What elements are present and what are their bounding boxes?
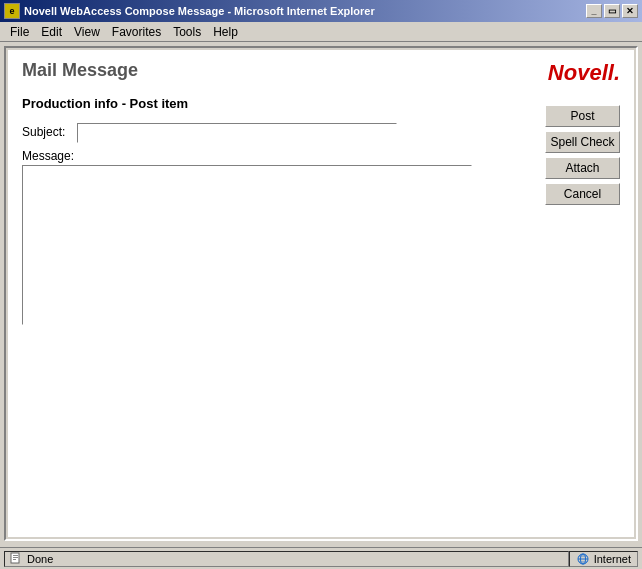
menu-file[interactable]: File xyxy=(4,23,35,41)
inner-area: Mail Message Novell. Production info - P… xyxy=(8,50,634,537)
message-row: Message: xyxy=(22,149,620,328)
menu-favorites[interactable]: Favorites xyxy=(106,23,167,41)
title-bar: e Novell WebAccess Compose Message - Mic… xyxy=(0,0,642,22)
status-internet-text: Internet xyxy=(594,553,631,565)
minimize-button[interactable]: _ xyxy=(586,4,602,18)
svg-rect-1 xyxy=(13,555,18,556)
svg-rect-3 xyxy=(13,559,16,560)
menu-view[interactable]: View xyxy=(68,23,106,41)
page-header: Mail Message Novell. xyxy=(22,60,620,86)
close-button[interactable]: ✕ xyxy=(622,4,638,18)
cancel-button[interactable]: Cancel xyxy=(545,183,620,205)
restore-button[interactable]: ▭ xyxy=(604,4,620,18)
message-label: Message: xyxy=(22,149,620,163)
window-title: Novell WebAccess Compose Message - Micro… xyxy=(24,5,375,17)
app-icon: e xyxy=(4,3,20,19)
main-content: Mail Message Novell. Production info - P… xyxy=(4,46,638,541)
menu-bar: File Edit View Favorites Tools Help xyxy=(0,22,642,42)
subject-label: Subject: xyxy=(22,123,77,139)
status-bar: Done Internet xyxy=(0,547,642,569)
window-controls: _ ▭ ✕ xyxy=(586,4,638,18)
attach-button[interactable]: Attach xyxy=(545,157,620,179)
status-done-section: Done xyxy=(4,551,569,567)
menu-tools[interactable]: Tools xyxy=(167,23,207,41)
section-heading: Production info - Post item xyxy=(22,96,620,111)
novell-logo: Novell. xyxy=(548,60,620,86)
page-icon xyxy=(9,552,23,566)
spell-check-button[interactable]: Spell Check xyxy=(545,131,620,153)
post-button[interactable]: Post xyxy=(545,105,620,127)
buttons-column: Post Spell Check Attach Cancel xyxy=(545,105,620,205)
subject-row: Subject: xyxy=(22,123,620,143)
svg-rect-2 xyxy=(13,557,18,558)
status-done-text: Done xyxy=(27,553,53,565)
status-internet-section: Internet xyxy=(569,551,638,567)
page-title: Mail Message xyxy=(22,60,138,81)
menu-edit[interactable]: Edit xyxy=(35,23,68,41)
globe-icon xyxy=(576,552,590,566)
menu-help[interactable]: Help xyxy=(207,23,244,41)
subject-input[interactable] xyxy=(77,123,397,143)
message-textarea[interactable] xyxy=(22,165,472,325)
